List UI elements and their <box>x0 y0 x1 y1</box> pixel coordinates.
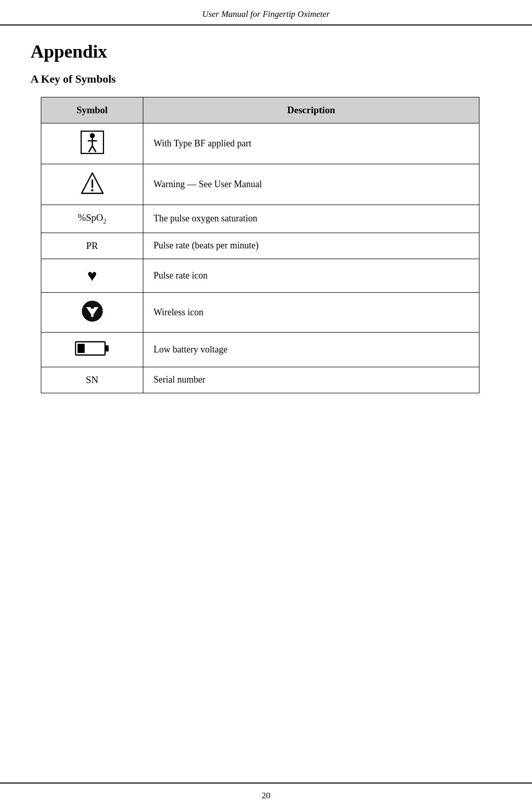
symbol-bf <box>41 123 143 164</box>
description-spo2: The pulse oxygen saturation <box>143 205 479 233</box>
svg-point-12 <box>91 314 93 317</box>
spo2-text: %SpO2 <box>78 212 107 223</box>
bf-applied-icon <box>81 131 104 154</box>
table-row: PR Pulse rate (beats per minute) <box>41 233 479 259</box>
table-row: ♥ Pulse rate icon <box>41 259 479 292</box>
description-warning: Warning — See User Manual <box>143 164 479 205</box>
page-footer: 20 <box>0 782 532 808</box>
page-wrapper: User Manual for Fingertip Oximeter Appen… <box>0 0 532 808</box>
sn-text: SN <box>86 374 98 385</box>
svg-rect-14 <box>105 345 109 351</box>
svg-rect-15 <box>78 344 85 353</box>
col-symbol-header: Symbol <box>41 97 143 123</box>
symbols-table: Symbol Description <box>41 97 479 393</box>
table-row: %SpO2 The pulse oxygen saturation <box>41 205 479 233</box>
page-number: 20 <box>262 791 270 800</box>
symbol-wireless <box>41 292 143 332</box>
symbol-spo2: %SpO2 <box>41 205 143 233</box>
page-header: User Manual for Fingertip Oximeter <box>0 0 532 26</box>
warning-icon <box>81 171 104 195</box>
description-pr: Pulse rate (beats per minute) <box>143 233 479 259</box>
section-title: A Key of Symbols <box>31 72 501 86</box>
page-content: Appendix A Key of Symbols Symbol Descrip… <box>0 26 532 782</box>
table-row: Low battery voltage <box>41 332 479 367</box>
heart-icon: ♥ <box>87 266 97 285</box>
page-title: Appendix <box>31 41 501 62</box>
description-wireless: Wireless icon <box>143 292 479 332</box>
symbol-battery <box>41 332 143 367</box>
description-sn: Serial number <box>143 367 479 393</box>
header-title: User Manual for Fingertip Oximeter <box>202 9 330 19</box>
symbol-heart: ♥ <box>41 259 143 292</box>
svg-point-8 <box>91 189 93 191</box>
symbol-sn: SN <box>41 367 143 393</box>
table-row: SN Serial number <box>41 367 479 393</box>
col-description-header: Description <box>143 97 479 123</box>
svg-point-11 <box>90 305 94 309</box>
pr-text: PR <box>86 240 98 251</box>
wireless-icon <box>81 300 104 322</box>
svg-point-1 <box>90 133 95 138</box>
battery-icon <box>75 340 110 357</box>
table-row: Wireless icon <box>41 292 479 332</box>
description-heart: Pulse rate icon <box>143 259 479 292</box>
symbol-pr: PR <box>41 233 143 259</box>
svg-line-5 <box>92 146 96 152</box>
description-battery: Low battery voltage <box>143 332 479 367</box>
description-bf: With Type BF applied part <box>143 123 479 164</box>
symbol-warning <box>41 164 143 205</box>
svg-line-4 <box>89 146 92 152</box>
table-row: With Type BF applied part <box>41 123 479 164</box>
table-row: Warning — See User Manual <box>41 164 479 205</box>
